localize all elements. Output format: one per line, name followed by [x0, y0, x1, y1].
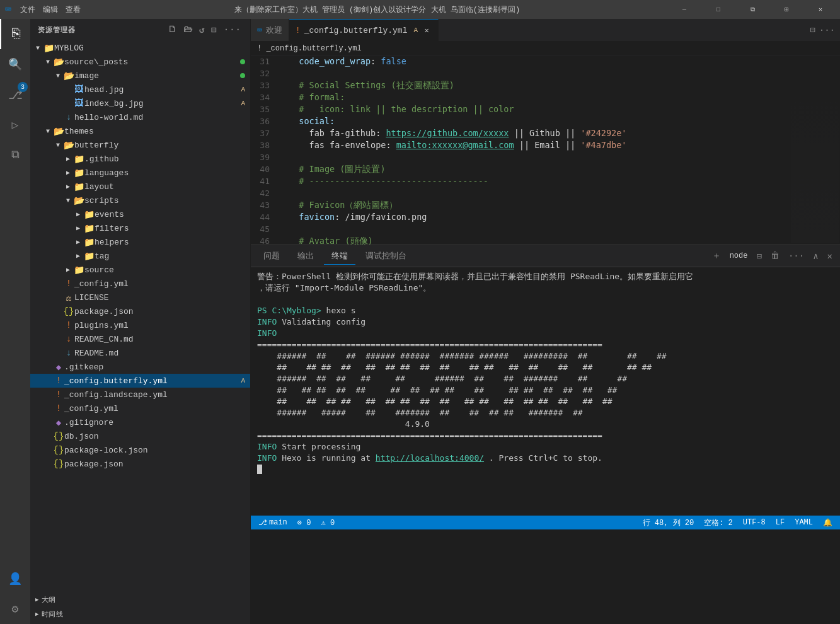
terminal-close-panel-icon[interactable]: ✕ — [825, 250, 835, 263]
minimize-button[interactable]: ─ — [670, 0, 699, 19]
tree-item-config-butterfly-yml[interactable]: ! _config.butterfly.yml A — [30, 374, 250, 388]
tree-item-layout[interactable]: ▶ 📁 layout — [30, 180, 250, 194]
tree-item-filters[interactable]: ▶ 📁 filters — [30, 221, 250, 235]
statusbar-warnings[interactable]: ⚠ 0 — [318, 516, 337, 529]
terminal-art-5: ## ## ## ## ## ## ## ## ## ## ## ## ## #… — [257, 396, 834, 407]
statusbar-spaces[interactable]: 空格: 2 — [701, 516, 735, 529]
code-line-39 — [289, 151, 783, 163]
tree-item-package-lock-json[interactable]: {} package-lock.json — [30, 443, 250, 457]
search-icon[interactable]: 🔍 — [0, 49, 30, 79]
terminal-localhost-link[interactable]: http://localhost:4000/ — [376, 453, 484, 463]
terminal-tab-debug[interactable]: 调试控制台 — [358, 248, 414, 264]
tab-close-button[interactable]: ✕ — [422, 25, 432, 35]
outline-section-header[interactable]: ▶ 大纲 — [30, 592, 250, 607]
extensions-icon[interactable]: ⧉ — [0, 140, 30, 170]
menu-file[interactable]: 文件 — [16, 4, 39, 15]
expand-arrow-themes: ▼ — [43, 128, 53, 135]
run-debug-icon[interactable]: ▷ — [0, 110, 30, 140]
tree-item-config-landscape-yml[interactable]: ! _config.landscape.yml — [30, 388, 250, 402]
tree-item-helpers[interactable]: ▶ 📁 helpers — [30, 235, 250, 249]
close-button[interactable]: ✕ — [806, 0, 835, 19]
statusbar-feedback[interactable]: 🔔 — [820, 516, 835, 529]
tree-item-license[interactable]: ⚖ LICENSE — [30, 291, 250, 304]
tree-item-themes[interactable]: ▼ 📂 themes — [30, 124, 250, 138]
tree-item-plugins-yml[interactable]: ! plugins.yml — [30, 318, 250, 332]
file-icon-hello-world: ↓ — [63, 112, 74, 122]
maximize-button[interactable]: □ — [704, 0, 733, 19]
tree-item-config-yml-root[interactable]: ! _config.yml — [30, 402, 250, 415]
tree-item-readme[interactable]: ↓ README.md — [30, 346, 250, 360]
timeline-section-header[interactable]: ▶ 时间线 — [30, 607, 250, 621]
new-folder-icon[interactable]: 🗁 — [182, 23, 194, 37]
restore-button[interactable]: ⧉ — [738, 0, 767, 19]
folder-icon-filters: 📁 — [83, 223, 95, 234]
tab-welcome[interactable]: ⌨ 欢迎 — [251, 19, 289, 41]
tree-item-gitignore[interactable]: ◆ .gitignore — [30, 415, 250, 429]
statusbar-branch[interactable]: ⎇ main — [256, 516, 290, 529]
token: fab fa-github: — [289, 127, 386, 139]
tree-item-butterfly[interactable]: ▼ 📂 butterfly — [30, 138, 250, 152]
tree-item-languages[interactable]: ▶ 📁 languages — [30, 166, 250, 180]
statusbar-language[interactable]: YAML — [792, 516, 815, 529]
explorer-icon[interactable]: ⎘ — [0, 19, 30, 49]
token: mailto:xxxxxx@gmail.com — [396, 139, 514, 151]
expand-arrow-source: ▶ — [63, 266, 73, 274]
tree-item-head-jpg[interactable]: 🖼 head.jpg A — [30, 83, 250, 96]
statusbar-right: 行 48, 列 20 空格: 2 UTF-8 LF YAML 🔔 — [640, 516, 835, 529]
account-icon[interactable]: 👤 — [0, 563, 30, 594]
expand-arrow-butterfly: ▼ — [53, 142, 63, 149]
statusbar-errors[interactable]: ⊗ 0 — [295, 516, 314, 529]
tree-item-package-json[interactable]: {} package.json — [30, 304, 250, 318]
tree-item-index-bg-jpg[interactable]: 🖼 index_bg.jpg A — [30, 96, 250, 110]
tree-label-tag: tag — [95, 251, 250, 261]
terminal-trash-icon[interactable]: 🗑 — [768, 250, 782, 262]
tree-item-image[interactable]: ▼ 📂 image — [30, 69, 250, 83]
terminal-up-icon[interactable]: ∧ — [810, 250, 820, 263]
modified-dot-image — [240, 73, 245, 78]
refresh-icon[interactable]: ↺ — [198, 23, 206, 37]
settings-icon[interactable]: ⚙ — [0, 594, 30, 624]
menu-edit[interactable]: 编辑 — [39, 4, 62, 15]
terminal-more-icon[interactable]: ··· — [786, 250, 807, 262]
menu-view[interactable]: 查看 — [62, 4, 84, 15]
tree-item-scripts[interactable]: ▼ 📂 scripts — [30, 194, 250, 207]
split-editor-icon[interactable]: ⊟ — [810, 25, 815, 35]
folder-icon-layout: 📁 — [73, 182, 84, 192]
statusbar-line-ending[interactable]: LF — [773, 516, 787, 529]
terminal-tab-problems[interactable]: 问题 — [256, 248, 287, 264]
tree-item-events[interactable]: ▶ 📁 events — [30, 207, 250, 221]
tree-item-package-json-root[interactable]: {} package.json — [30, 457, 250, 471]
more-actions-icon[interactable]: ··· — [222, 23, 243, 37]
terminal-tab-terminal[interactable]: 终端 — [324, 248, 355, 265]
more-tabs-icon[interactable]: ··· — [819, 25, 835, 35]
tree-item-db-json[interactable]: {} db.json — [30, 429, 250, 443]
new-file-icon[interactable]: 🗋 — [166, 23, 178, 37]
tree-item-config-yml-butterfly[interactable]: ! _config.yml — [30, 277, 250, 291]
statusbar-encoding[interactable]: UTF-8 — [740, 516, 768, 529]
editor-tabs-bar: ⌨ 欢迎 ! _config.butterfly.yml A ✕ ⊟ ··· — [251, 19, 840, 42]
terminal-split-icon[interactable]: ⊟ — [754, 250, 764, 263]
tree-item-tag[interactable]: ▶ 📁 tag — [30, 249, 250, 263]
tree-root-myblog[interactable]: ▼ 📁 MYBLOG — [30, 41, 250, 55]
code-line-36: social: — [289, 115, 783, 127]
terminal-add-icon[interactable]: ＋ — [710, 249, 723, 263]
code-content[interactable]: code_word_wrap: false # Social Settings … — [282, 55, 790, 245]
tree-item-gitkeep[interactable]: ◆ .gitkeep — [30, 360, 250, 374]
terminal-art-version: 4.9.0 — [257, 419, 834, 430]
tree-label-myblog: MYBLOG — [54, 43, 250, 53]
tree-item-source-posts[interactable]: ▼ 📂 source\_posts — [30, 55, 250, 69]
tree-item-source[interactable]: ▶ 📁 source — [30, 263, 250, 277]
tree-item-hello-world[interactable]: ↓ hello-world.md — [30, 110, 250, 124]
activity-bar: ⎘ 🔍 ⎇ 3 ▷ ⧉ 👤 ⚙ — [0, 19, 30, 624]
tree-item-readme-cn[interactable]: ↓ README_CN.md — [30, 332, 250, 346]
source-control-icon[interactable]: ⎇ 3 — [0, 79, 30, 110]
code-editor[interactable]: 31 32 33 34 35 36 37 38 39 40 41 42 43 4… — [251, 55, 840, 245]
tree-item-github[interactable]: ▶ 📁 .github — [30, 152, 250, 166]
terminal-body[interactable]: 警告：PowerShell 检测到你可能正在使用屏幕阅读器，并且已出于兼容性目的… — [251, 267, 840, 516]
terminal-tab-output[interactable]: 输出 — [290, 248, 321, 264]
tile-button[interactable]: ⊞ — [772, 0, 801, 19]
folder-icon-source-posts: 📂 — [53, 57, 64, 67]
statusbar-line-col[interactable]: 行 48, 列 20 — [640, 516, 697, 529]
tab-config-butterfly[interactable]: ! _config.butterfly.yml A ✕ — [289, 19, 439, 41]
collapse-all-icon[interactable]: ⊟ — [210, 23, 218, 37]
